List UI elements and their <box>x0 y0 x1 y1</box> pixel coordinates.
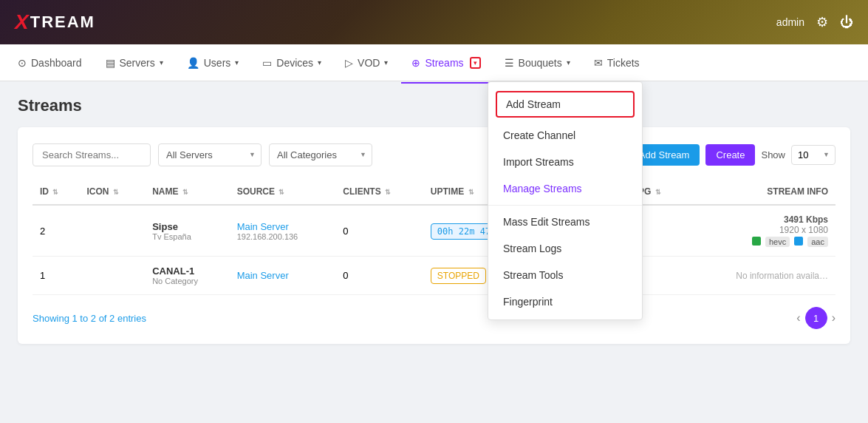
source-link-2[interactable]: Main Server <box>237 221 289 232</box>
sort-icon-clients: ⇅ <box>385 189 391 196</box>
vod-caret-icon: ▾ <box>384 58 388 67</box>
th-name: NAME ⇅ <box>145 179 229 205</box>
th-source: SOURCE ⇅ <box>230 179 336 205</box>
cell-id-2: 2 <box>33 205 79 257</box>
streams-icon: ⊕ <box>411 57 420 69</box>
res-2: 1920 x 1080 <box>693 225 828 235</box>
dropdown-item-import-streams[interactable]: Import Streams <box>488 149 642 175</box>
dropdown-item-stream-logs[interactable]: Stream Logs <box>488 235 642 262</box>
kbps-2: 3491 Kbps <box>693 214 828 225</box>
sort-icon-id: ⇅ <box>52 189 58 196</box>
stream-name-sipse: Sipse <box>152 221 222 232</box>
cell-clients-2: 0 <box>335 205 423 257</box>
main-nav: ⊙ Dashboard ▤ Servers ▾ 👤 Users ▾ ▭ Devi… <box>0 44 868 81</box>
dropdown-item-fingerprint[interactable]: Fingerprint <box>488 288 642 315</box>
th-id: ID ⇅ <box>33 179 79 205</box>
total-entries: 2 <box>109 313 115 324</box>
entries-text: entries <box>117 313 146 324</box>
nav-item-dashboard[interactable]: ⊙ Dashboard <box>7 51 92 75</box>
th-stream-info: STREAM INFO <box>686 179 835 205</box>
header-right: admin ⚙ ⏻ <box>776 14 853 30</box>
stream-tools-label: Stream Tools <box>503 269 563 281</box>
cell-name-1: CANAL-1 No Category <box>145 257 229 295</box>
cell-icon-2 <box>79 205 145 257</box>
stream-info-2: 3491 Kbps 1920 x 1080 hevc aac <box>693 214 828 247</box>
all-categories-select[interactable]: All Categories <box>269 143 372 166</box>
nav-item-users[interactable]: 👤 Users ▾ <box>177 51 250 75</box>
content-card: All Servers All Categories 🔍 Auto-Refres… <box>18 127 850 344</box>
page-title: Streams <box>18 96 850 115</box>
streams-caret-icon: ▾ <box>474 59 477 67</box>
settings-button[interactable]: ⚙ <box>816 14 828 30</box>
th-icon: ICON ⇅ <box>79 179 145 205</box>
page-1-button[interactable]: 1 <box>805 307 827 329</box>
cell-stream-info-1: No information availa… <box>686 257 835 295</box>
cell-source-1: Main Server <box>230 257 336 295</box>
stream-info-1: No information availa… <box>693 271 828 281</box>
nav-item-tickets[interactable]: ✉ Tickets <box>584 51 650 75</box>
next-page-button[interactable]: › <box>832 311 835 325</box>
logo: X TREAM <box>15 10 95 34</box>
table-header-row: ID ⇅ ICON ⇅ NAME ⇅ SOURCE ⇅ CLIENTS ⇅ UP… <box>33 179 835 205</box>
nav-item-vod[interactable]: ▷ VOD ▾ <box>335 51 398 75</box>
nav-label-servers: Servers <box>120 57 155 69</box>
import-streams-label: Import Streams <box>503 156 574 168</box>
all-servers-select[interactable]: All Servers <box>158 143 262 166</box>
username-label: admin <box>776 16 804 28</box>
dropdown-item-manage-streams[interactable]: Manage Streams <box>488 175 642 202</box>
codec-aac-2: aac <box>807 237 828 247</box>
servers-caret-icon: ▾ <box>160 58 163 67</box>
table-row: 1 CANAL-1 No Category Main Server 0 STOP… <box>33 257 835 295</box>
nav-label-tickets: Tickets <box>607 57 640 69</box>
show-count-select[interactable]: 10 <box>791 145 835 165</box>
create-button[interactable]: Create <box>705 144 755 166</box>
nav-item-bouquets[interactable]: ☰ Bouquets ▾ <box>494 51 581 75</box>
cell-icon-1 <box>79 257 145 295</box>
dropdown-item-mass-edit[interactable]: Mass Edit Streams <box>488 209 642 235</box>
nav-label-users: Users <box>204 57 231 69</box>
cell-source-2: Main Server 192.168.200.136 <box>230 205 336 257</box>
tickets-icon: ✉ <box>594 57 603 69</box>
stream-name-canal1: CANAL-1 <box>152 265 222 277</box>
source-ip-2: 192.168.200.136 <box>237 232 329 241</box>
mass-edit-label: Mass Edit Streams <box>503 216 590 228</box>
streams-caret-box: ▾ <box>470 57 481 69</box>
dropdown-item-create-channel[interactable]: Create Channel <box>488 122 642 149</box>
stopped-badge-1: STOPPED <box>431 268 486 284</box>
nav-item-streams[interactable]: ⊕ Streams ▾ <box>401 51 491 75</box>
all-servers-wrapper: All Servers <box>158 143 262 166</box>
nav-label-vod: VOD <box>358 57 380 69</box>
streams-table: ID ⇅ ICON ⇅ NAME ⇅ SOURCE ⇅ CLIENTS ⇅ UP… <box>33 179 835 295</box>
search-input[interactable] <box>33 143 151 166</box>
logo-x-letter: X <box>15 10 29 34</box>
of-text: of <box>99 313 109 324</box>
bouquets-icon: ☰ <box>505 57 514 69</box>
bouquets-caret-icon: ▾ <box>567 58 570 67</box>
manage-streams-label: Manage Streams <box>503 183 582 194</box>
power-button[interactable]: ⏻ <box>840 15 853 30</box>
nav-item-servers[interactable]: ▤ Servers ▾ <box>95 51 174 75</box>
page-range: 1 to 2 <box>72 313 96 324</box>
fingerprint-label: Fingerprint <box>503 296 553 308</box>
devices-icon: ▭ <box>262 57 272 69</box>
show-label: Show <box>761 149 785 160</box>
sort-icon-icon: ⇅ <box>113 189 119 196</box>
create-channel-label: Create Channel <box>503 129 575 141</box>
prev-page-button[interactable]: ‹ <box>796 311 800 325</box>
no-info-label-1: No information availa… <box>736 271 828 281</box>
devices-caret-icon: ▾ <box>318 58 321 67</box>
indicator-blue-2 <box>794 237 803 246</box>
dropdown-item-add-stream[interactable]: Add Stream <box>496 91 635 118</box>
nav-label-devices: Devices <box>276 57 313 69</box>
codecs-2: hevc aac <box>693 237 828 247</box>
sort-icon-source: ⇅ <box>278 189 284 196</box>
nav-label-dashboard: Dashboard <box>31 57 82 69</box>
dropdown-item-stream-tools[interactable]: Stream Tools <box>488 262 642 288</box>
header: X TREAM admin ⚙ ⏻ <box>0 0 868 44</box>
nav-item-devices[interactable]: ▭ Devices ▾ <box>252 51 332 75</box>
cell-clients-1: 0 <box>335 257 423 295</box>
vod-icon: ▷ <box>345 57 353 69</box>
logo-text: TREAM <box>30 13 95 32</box>
show-select-wrapper: 10 <box>791 145 835 165</box>
source-link-1[interactable]: Main Server <box>237 270 289 281</box>
